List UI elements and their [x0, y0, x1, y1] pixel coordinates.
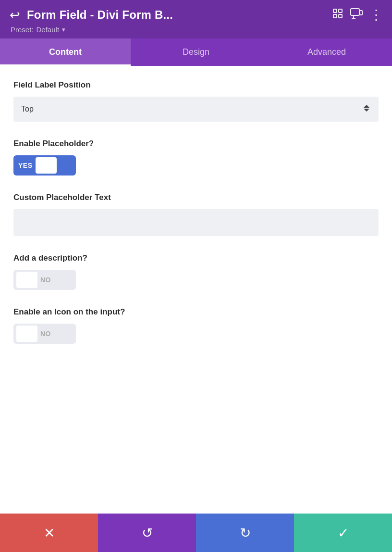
add-description-label: Add a description? — [13, 253, 379, 263]
preset-dropdown-arrow[interactable]: ▾ — [62, 26, 65, 33]
enable-placeholder-label: Enable Placeholder? — [13, 139, 379, 149]
responsive-icon[interactable] — [350, 8, 363, 22]
more-icon[interactable]: ⋮ — [369, 7, 382, 23]
toggle-yes-label: YES — [18, 162, 33, 169]
tab-design[interactable]: Design — [131, 38, 261, 66]
svg-rect-3 — [339, 14, 342, 18]
toggle-knob-no-icon — [16, 326, 37, 342]
toggle-no-label-icon: NO — [40, 330, 51, 338]
header: ↩ Form Field - Divi Form B... — [0, 0, 392, 38]
svg-marker-9 — [364, 109, 369, 112]
svg-rect-5 — [360, 11, 362, 15]
toggle-no-label-description: NO — [40, 276, 51, 284]
footer: ✕ ↺ ↻ ✓ — [0, 514, 392, 552]
enable-icon-toggle: NO — [13, 324, 379, 344]
header-title: Form Field - Divi Form B... — [27, 8, 173, 22]
field-label-position-dropdown[interactable]: Top — [13, 97, 379, 122]
enable-icon-label: Enable an Icon on the input? — [13, 307, 379, 317]
preset-value: Default — [37, 25, 60, 34]
field-label-position-label: Field Label Position — [13, 80, 379, 90]
custom-placeholder-input[interactable] — [13, 209, 379, 236]
toggle-no-button-icon[interactable]: NO — [13, 324, 76, 344]
toggle-knob — [36, 157, 57, 174]
dropdown-arrow-icon — [362, 103, 371, 115]
header-left: ↩ Form Field - Divi Form B... — [10, 8, 173, 22]
toggle-yes-button[interactable]: YES — [13, 155, 76, 176]
tab-content[interactable]: Content — [0, 38, 131, 66]
content-area: Field Label Position Top Enable Placehol… — [0, 66, 392, 502]
back-icon[interactable]: ↩ — [10, 9, 20, 21]
confirm-icon: ✓ — [338, 525, 349, 541]
cancel-icon: ✕ — [44, 525, 55, 541]
enable-placeholder-toggle: YES — [13, 155, 379, 176]
cancel-button[interactable]: ✕ — [0, 514, 98, 552]
header-top: ↩ Form Field - Divi Form B... — [10, 7, 382, 23]
capture-icon[interactable] — [332, 8, 343, 22]
field-label-position-section: Field Label Position Top — [13, 80, 379, 122]
redo-icon: ↻ — [240, 525, 251, 541]
undo-icon: ↺ — [142, 525, 153, 541]
add-description-section: Add a description? NO — [13, 253, 379, 290]
svg-rect-4 — [351, 9, 359, 15]
svg-rect-1 — [339, 9, 342, 13]
add-description-toggle: NO — [13, 270, 379, 290]
toggle-knob-no — [16, 272, 37, 288]
svg-rect-2 — [333, 14, 337, 18]
redo-button[interactable]: ↻ — [196, 514, 294, 552]
preset-label: Preset: — [11, 25, 34, 34]
tab-advanced[interactable]: Advanced — [261, 38, 392, 66]
undo-button[interactable]: ↺ — [98, 514, 196, 552]
enable-placeholder-section: Enable Placeholder? YES — [13, 139, 379, 176]
dropdown-value: Top — [21, 105, 34, 113]
custom-placeholder-section: Custom Placeholder Text — [13, 193, 379, 236]
preset-row: Preset: Default ▾ — [10, 25, 382, 34]
confirm-button[interactable]: ✓ — [294, 514, 392, 552]
svg-marker-8 — [364, 105, 369, 108]
enable-icon-section: Enable an Icon on the input? NO — [13, 307, 379, 344]
toggle-no-button-description[interactable]: NO — [13, 270, 76, 290]
header-icons: ⋮ — [332, 7, 382, 23]
svg-rect-0 — [333, 9, 337, 13]
custom-placeholder-label: Custom Placeholder Text — [13, 193, 379, 202]
tabs-bar: Content Design Advanced — [0, 38, 392, 66]
